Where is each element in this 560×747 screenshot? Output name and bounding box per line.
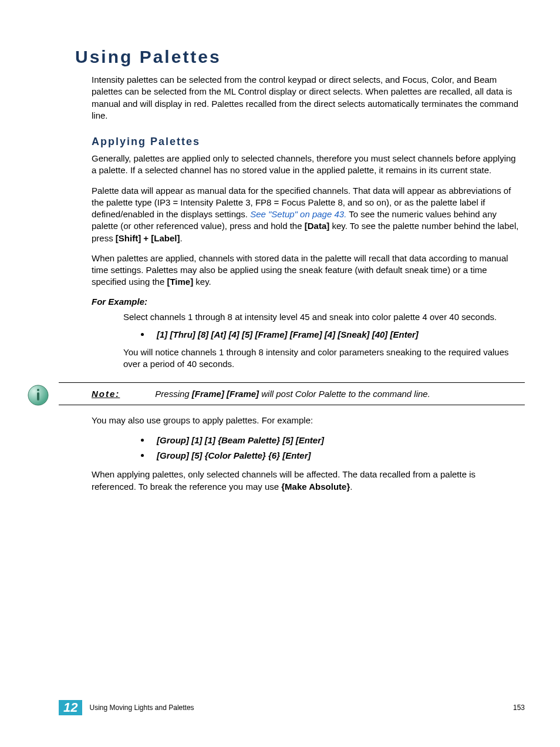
- key-frame-frame: [Frame] [Frame]: [192, 389, 259, 399]
- bullet-icon: [141, 333, 144, 336]
- text-segment: Pressing: [155, 389, 192, 399]
- example-result: You will notice channels 1 through 8 int…: [123, 346, 513, 371]
- section-heading-applying: Applying Palettes: [92, 136, 525, 148]
- svg-rect-2: [37, 392, 39, 401]
- paragraph-applied: When palettes are applied, channels with…: [92, 253, 519, 288]
- link-see-setup[interactable]: See "Setup" on page 43.: [250, 209, 346, 219]
- group-command-1: [Group] [1] [1] {Beam Palette} [5] [Ente…: [157, 435, 324, 446]
- key-time: [Time]: [167, 277, 193, 287]
- text-segment: key.: [193, 277, 211, 287]
- example-command: [1] [Thru] [8] [At] [4] [5] [Frame] [Fra…: [157, 329, 419, 341]
- intro-paragraph: Intensity palettes can be selected from …: [92, 74, 519, 122]
- example-description: Select channels 1 through 8 at intensity…: [123, 311, 513, 323]
- text-segment: .: [180, 233, 182, 243]
- paragraph-groups: You may also use groups to apply palette…: [92, 415, 519, 426]
- page-number: 153: [513, 704, 525, 712]
- group-command-2: [Group] [5] {Color Palette} {6} [Enter]: [157, 450, 311, 462]
- bullet-icon: [141, 454, 144, 457]
- info-icon: [26, 383, 50, 407]
- page-title: Using Palettes: [75, 47, 525, 67]
- chapter-number: 12: [59, 700, 82, 715]
- note-text: Pressing [Frame] [Frame] will post Color…: [155, 389, 430, 399]
- paragraph-general: Generally, palettes are applied only to …: [92, 153, 519, 177]
- note-block: Note: Pressing [Frame] [Frame] will post…: [59, 382, 525, 405]
- key-data: [Data]: [305, 221, 330, 231]
- paragraph-reference: When applying palettes, only selected ch…: [92, 469, 519, 493]
- text-segment: When palettes are applied, channels with…: [92, 253, 508, 287]
- key-shift-label: [Shift] + [Label]: [116, 233, 180, 243]
- svg-point-1: [37, 389, 39, 391]
- bullet-icon: [141, 439, 144, 442]
- note-label: Note:: [92, 389, 120, 399]
- text-segment: .: [350, 482, 352, 492]
- for-example-label: For Example:: [92, 297, 525, 307]
- key-make-absolute: {Make Absolute}: [281, 482, 350, 492]
- page-footer: 12 Using Moving Lights and Palettes 153: [59, 700, 525, 715]
- paragraph-palette-data: Palette data will appear as manual data …: [92, 185, 519, 244]
- text-segment: will post Color Palette to the command l…: [259, 389, 430, 399]
- footer-title: Using Moving Lights and Palettes: [89, 704, 194, 712]
